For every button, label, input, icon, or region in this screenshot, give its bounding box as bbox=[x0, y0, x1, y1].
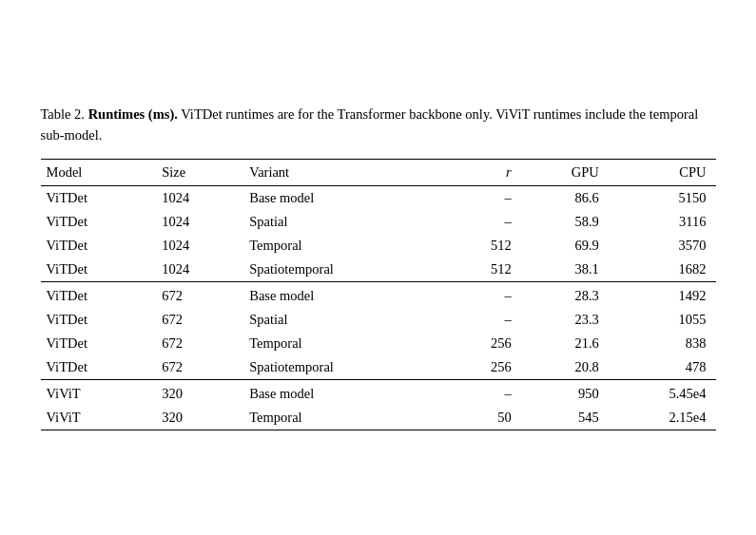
cell-cpu: 3116 bbox=[609, 210, 716, 234]
cell-r: 50 bbox=[447, 406, 520, 430]
table-row: ViViT320Base model–9505.45e4 bbox=[41, 380, 716, 407]
cell-size: 1024 bbox=[156, 234, 243, 258]
cell-model: ViViT bbox=[41, 406, 157, 430]
cell-r: – bbox=[447, 210, 520, 234]
cell-model: ViTDet bbox=[41, 332, 157, 355]
cell-cpu: 3570 bbox=[609, 234, 716, 258]
cell-model: ViTDet bbox=[41, 234, 157, 258]
cell-r: 512 bbox=[447, 258, 520, 282]
table-caption: Table 2. Runtimes (ms). ViTDet runtimes … bbox=[41, 105, 716, 146]
cell-gpu: 545 bbox=[521, 406, 609, 430]
cell-size: 1024 bbox=[156, 258, 243, 282]
cell-model: ViTDet bbox=[41, 186, 157, 211]
cell-variant: Spatial bbox=[243, 308, 447, 332]
table-row: ViViT320Temporal505452.15e4 bbox=[41, 406, 716, 430]
cell-gpu: 58.9 bbox=[521, 210, 609, 234]
cell-size: 672 bbox=[156, 332, 243, 355]
col-header-model: Model bbox=[41, 160, 157, 186]
cell-size: 320 bbox=[156, 406, 243, 430]
table-row: ViTDet672Temporal25621.6838 bbox=[41, 332, 716, 355]
cell-variant: Base model bbox=[243, 282, 447, 309]
runtimes-table: Model Size Variant r GPU CPU ViTDet1024B… bbox=[41, 159, 716, 430]
table-container: Table 2. Runtimes (ms). ViTDet runtimes … bbox=[22, 87, 735, 449]
col-header-r: r bbox=[447, 160, 520, 186]
cell-variant: Base model bbox=[243, 380, 447, 407]
cell-model: ViTDet bbox=[41, 308, 157, 332]
col-header-gpu: GPU bbox=[521, 160, 609, 186]
cell-cpu: 478 bbox=[609, 355, 716, 380]
col-header-variant: Variant bbox=[243, 160, 447, 186]
cell-gpu: 69.9 bbox=[521, 234, 609, 258]
cell-variant: Temporal bbox=[243, 332, 447, 355]
cell-size: 1024 bbox=[156, 186, 243, 211]
cell-variant: Base model bbox=[243, 186, 447, 211]
col-header-cpu: CPU bbox=[609, 160, 716, 186]
cell-cpu: 838 bbox=[609, 332, 716, 355]
cell-gpu: 86.6 bbox=[521, 186, 609, 211]
cell-gpu: 21.6 bbox=[521, 332, 609, 355]
cell-size: 672 bbox=[156, 308, 243, 332]
cell-r: – bbox=[447, 282, 520, 309]
cell-model: ViTDet bbox=[41, 210, 157, 234]
cell-variant: Spatiotemporal bbox=[243, 258, 447, 282]
table-row: ViTDet1024Spatial–58.93116 bbox=[41, 210, 716, 234]
cell-variant: Temporal bbox=[243, 406, 447, 430]
table-title-bold: Runtimes (ms). bbox=[88, 106, 178, 122]
cell-model: ViTDet bbox=[41, 355, 157, 380]
cell-r: 256 bbox=[447, 332, 520, 355]
cell-cpu: 5150 bbox=[609, 186, 716, 211]
cell-r: – bbox=[447, 380, 520, 407]
cell-r: 512 bbox=[447, 234, 520, 258]
cell-r: 256 bbox=[447, 355, 520, 380]
cell-cpu: 2.15e4 bbox=[609, 406, 716, 430]
table-header-row: Model Size Variant r GPU CPU bbox=[41, 160, 716, 186]
cell-r: – bbox=[447, 186, 520, 211]
cell-variant: Spatiotemporal bbox=[243, 355, 447, 380]
table-row: ViTDet672Spatial–23.31055 bbox=[41, 308, 716, 332]
table-row: ViTDet672Spatiotemporal25620.8478 bbox=[41, 355, 716, 380]
col-header-size: Size bbox=[156, 160, 243, 186]
cell-gpu: 23.3 bbox=[521, 308, 609, 332]
cell-cpu: 1682 bbox=[609, 258, 716, 282]
cell-size: 320 bbox=[156, 380, 243, 407]
cell-size: 672 bbox=[156, 282, 243, 309]
cell-gpu: 28.3 bbox=[521, 282, 609, 309]
cell-gpu: 38.1 bbox=[521, 258, 609, 282]
cell-model: ViTDet bbox=[41, 258, 157, 282]
cell-r: – bbox=[447, 308, 520, 332]
table-row: ViTDet1024Spatiotemporal51238.11682 bbox=[41, 258, 716, 282]
cell-variant: Spatial bbox=[243, 210, 447, 234]
cell-cpu: 1055 bbox=[609, 308, 716, 332]
cell-model: ViViT bbox=[41, 380, 157, 407]
cell-gpu: 950 bbox=[521, 380, 609, 407]
table-row: ViTDet1024Temporal51269.93570 bbox=[41, 234, 716, 258]
cell-cpu: 5.45e4 bbox=[609, 380, 716, 407]
table-row: ViTDet672Base model–28.31492 bbox=[41, 282, 716, 309]
table-number: Table 2. bbox=[41, 106, 86, 122]
cell-gpu: 20.8 bbox=[521, 355, 609, 380]
table-row: ViTDet1024Base model–86.65150 bbox=[41, 186, 716, 211]
cell-cpu: 1492 bbox=[609, 282, 716, 309]
cell-size: 672 bbox=[156, 355, 243, 380]
cell-size: 1024 bbox=[156, 210, 243, 234]
cell-model: ViTDet bbox=[41, 282, 157, 309]
cell-variant: Temporal bbox=[243, 234, 447, 258]
